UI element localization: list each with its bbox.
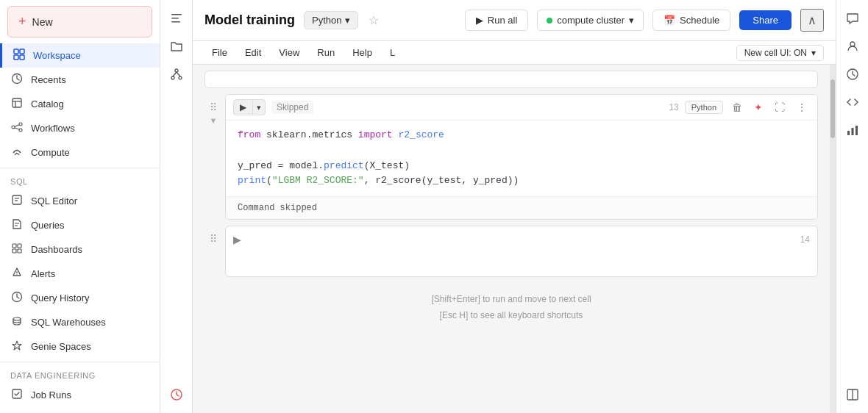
cell-collapse-arrow-13[interactable]: ▼	[210, 116, 218, 125]
language-button[interactable]: Python ▾	[304, 11, 358, 29]
sidebar-item-sql-warehouses[interactable]: SQL Warehouses	[0, 310, 160, 334]
folder-icon[interactable]	[164, 34, 189, 59]
sidebar-item-genie-spaces[interactable]: Genie Spaces	[0, 334, 160, 359]
clock-bottom-icon[interactable]	[164, 382, 189, 407]
menu-file[interactable]: File	[204, 44, 235, 61]
svg-point-25	[13, 317, 21, 320]
right-panel-user[interactable]	[840, 34, 865, 59]
sidebar-divider-2	[0, 362, 160, 362]
new-cell-toggle-chevron: ▾	[811, 48, 816, 58]
sidebar-item-recents[interactable]: Recents	[0, 68, 160, 92]
share-button[interactable]: Share	[739, 10, 791, 30]
cell-14-number: 14	[800, 234, 810, 245]
sidebar-item-recents-label: Recents	[31, 74, 66, 85]
code-line-3: print("LGBM R2_SCORE:", r2_score(y_test​…	[238, 173, 805, 189]
notebook-area: ⠿ ▼ ▶ ▾ Skipped 13 Python 🗑 ✦ ⛶	[193, 65, 830, 413]
schedule-calendar-icon: 📅	[664, 15, 675, 26]
svg-rect-1	[20, 49, 24, 54]
new-button[interactable]: + New	[7, 6, 152, 37]
cell-13-output-text: Command skipped	[238, 203, 317, 213]
collapse-button[interactable]: ∧	[800, 9, 824, 32]
sidebar-item-workspace-label: Workspace	[33, 50, 81, 61]
notebook-list-icon[interactable]	[164, 6, 189, 31]
cell-13-ai-icon[interactable]: ✦	[751, 100, 766, 115]
sidebar-item-catalog-label: Catalog	[31, 98, 64, 109]
star-icon[interactable]: ☆	[369, 13, 379, 27]
cell-13-run-btn[interactable]: ▶ ▾	[233, 99, 266, 115]
right-panel-expand[interactable]	[840, 382, 865, 407]
cell-drag-handle-13[interactable]: ⠿	[210, 101, 217, 113]
svg-rect-41	[855, 126, 858, 135]
sidebar-item-query-history-label: Query History	[31, 292, 89, 304]
sidebar-item-job-runs[interactable]: Job Runs	[0, 383, 160, 407]
queries-icon	[10, 218, 24, 232]
right-panel-code[interactable]	[840, 90, 865, 115]
sidebar-item-workspace[interactable]: Workspace	[0, 43, 160, 68]
svg-point-32	[171, 76, 174, 79]
schedule-label: Schedule	[680, 15, 719, 26]
menu-shortcut[interactable]: L	[383, 44, 402, 61]
dashboards-icon	[10, 243, 24, 256]
cell-13-body[interactable]: from sklearn.metrics import r2_score y_p…	[226, 121, 817, 196]
main-area: Model training Python ▾ ☆ ▶ Run all comp…	[193, 0, 836, 413]
cell-13-dropdown-icon: ▾	[252, 101, 265, 115]
menu-run[interactable]: Run	[310, 44, 342, 61]
run-all-button[interactable]: ▶ Run all	[465, 10, 528, 31]
sidebar-item-sql-editor[interactable]: SQL Editor	[0, 189, 160, 213]
svg-rect-29	[171, 18, 179, 19]
menu-help[interactable]: Help	[345, 44, 380, 61]
right-panel-history[interactable]	[840, 62, 865, 87]
sidebar-item-query-history[interactable]: Query History	[0, 286, 160, 310]
sidebar-item-queries-label: Queries	[31, 220, 65, 231]
cell-13-expand-icon[interactable]: ⛶	[772, 100, 788, 115]
cell-14[interactable]: ▶ 14	[225, 226, 818, 277]
svg-point-10	[19, 129, 22, 132]
right-panel-chart[interactable]	[840, 118, 865, 143]
cell-drag-handle-14[interactable]: ⠿	[210, 233, 217, 245]
sidebar-item-workflows[interactable]: Workflows	[0, 116, 160, 140]
svg-rect-18	[13, 244, 16, 248]
sidebar-item-dashboards-label: Dashboards	[31, 244, 82, 255]
cell-13-lang-badge[interactable]: Python	[685, 101, 723, 114]
new-cell-toggle[interactable]: New cell UI: ON ▾	[736, 45, 824, 61]
workspace-icon	[13, 49, 26, 62]
scrollbar-track[interactable]	[830, 65, 836, 413]
svg-rect-5	[13, 98, 21, 107]
language-chevron-icon: ▾	[345, 15, 350, 26]
language-label: Python	[312, 15, 341, 26]
cell-13-more-icon[interactable]: ⋮	[794, 100, 810, 115]
svg-rect-13	[13, 195, 21, 204]
sidebar-item-catalog[interactable]: Catalog	[0, 92, 160, 116]
svg-point-8	[12, 126, 15, 129]
topology-icon[interactable]	[164, 62, 189, 87]
new-button-label: New	[32, 16, 53, 28]
notebook-title: Model training	[204, 12, 295, 28]
menu-edit[interactable]: Edit	[238, 44, 268, 61]
cell-13-delete-icon[interactable]: 🗑	[729, 100, 745, 115]
share-label: Share	[753, 15, 778, 26]
svg-line-35	[177, 72, 180, 76]
svg-line-12	[15, 128, 19, 129]
menu-view[interactable]: View	[271, 44, 307, 61]
new-cell-toggle-label: New cell UI: ON	[744, 48, 807, 58]
menubar: File Edit View Run Help L New cell UI: O…	[193, 41, 836, 65]
cell-14-play-icon[interactable]: ▶	[233, 234, 241, 245]
cluster-status-dot	[547, 18, 552, 24]
query-history-icon	[10, 291, 24, 305]
sidebar-item-alerts-label: Alerts	[31, 268, 55, 279]
sidebar-item-dashboards[interactable]: Dashboards	[0, 237, 160, 262]
sql-editor-icon	[10, 194, 24, 208]
cell-14-header: ▶ 14	[233, 232, 810, 247]
scrollbar-thumb[interactable]	[830, 79, 835, 138]
schedule-button[interactable]: 📅 Schedule	[652, 10, 730, 31]
left-icon-panel	[160, 0, 193, 413]
sidebar-item-compute[interactable]: Compute	[0, 140, 160, 165]
right-panel-comments[interactable]	[840, 6, 865, 31]
cluster-button[interactable]: compute cluster ▾	[537, 10, 644, 31]
sidebar-item-alerts[interactable]: Alerts	[0, 262, 160, 286]
cell-13-status: Skipped	[271, 101, 313, 114]
sidebar-item-queries[interactable]: Queries	[0, 213, 160, 237]
cell-top-partial	[204, 71, 818, 88]
plus-icon: +	[18, 14, 26, 29]
run-all-label: Run all	[488, 15, 517, 26]
